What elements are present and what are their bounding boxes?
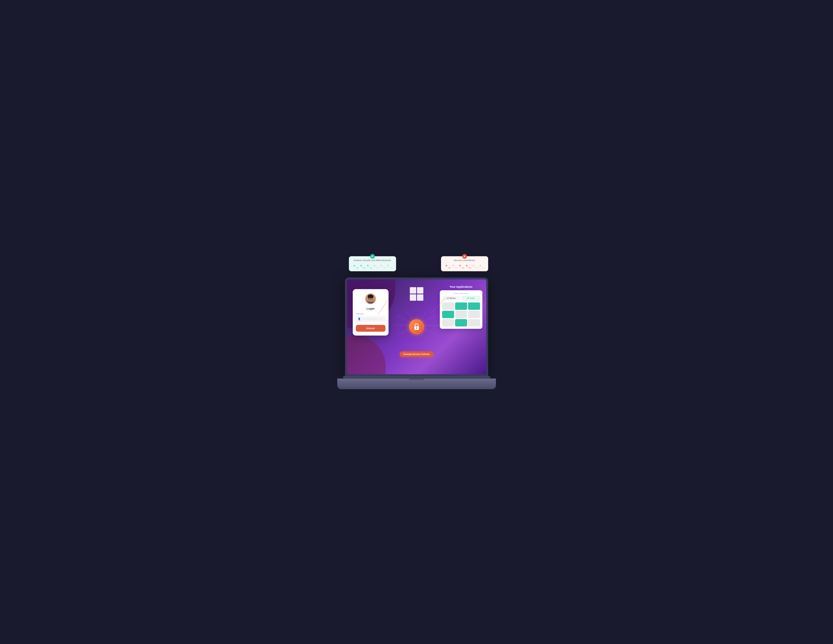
unlock-button[interactable]: Unlock: [356, 325, 386, 332]
win-pane-3: [410, 294, 416, 301]
people-row-left: ⚬⎯ ⚬⎯ ⚬⎯ ⚬⎯ ⚬⎯ ⚬⎯: [352, 263, 392, 269]
svg-rect-9: [368, 302, 373, 303]
lock-icon-center: [409, 319, 425, 335]
windows-logo: [410, 287, 423, 301]
login-card: Login Username 👤 Unlock: [353, 289, 389, 336]
laptop-screen-frame: Login Username 👤 Unlock: [345, 277, 488, 376]
x-badge: ✕: [462, 254, 467, 259]
avatar-face: [366, 294, 375, 304]
app-cell-2: [455, 303, 467, 310]
person-icon-4: ⚬⎯: [373, 263, 379, 269]
apps-card: Monitor User Activities Review Audit: [440, 290, 482, 329]
laptop-body: [337, 378, 496, 389]
monitor-label: Monitor User Activities: [442, 293, 480, 294]
main-scene: ✓ Enhance Security over Admin Accounts ⚬…: [330, 254, 504, 390]
laptop-frame: Login Username 👤 Unlock: [337, 277, 496, 390]
win-pane-1: [410, 287, 416, 293]
svg-rect-4: [368, 296, 373, 298]
person-icon-1: ⚬⎯: [352, 263, 359, 269]
person-icon-r3: ⚬⎯: [458, 263, 464, 269]
win-pane-4: [417, 294, 423, 301]
login-title: Login: [367, 307, 375, 310]
check-badge: ✓: [370, 254, 375, 259]
person-icon-3: ⚬⎯: [366, 263, 372, 269]
person-icon-r1: ⚬⎯: [445, 263, 451, 269]
tab-audit-button[interactable]: Audit: [462, 296, 480, 301]
callout-enhance-security: ✓ Enhance Security over Admin Accounts ⚬…: [349, 256, 396, 271]
apps-grid: [442, 303, 480, 327]
username-input-line: [362, 319, 384, 319]
app-cell-5: [455, 311, 467, 318]
svg-point-19: [416, 327, 417, 328]
app-cell-8: [455, 319, 467, 327]
win-pane-2: [417, 287, 423, 293]
username-field[interactable]: 👤: [356, 316, 386, 322]
apps-title: Your Applications: [440, 285, 482, 288]
callout-left-title: Enhance Security over Admin Accounts: [352, 259, 392, 261]
app-cell-3: [468, 303, 480, 310]
person-icon-2: ⚬⎯: [359, 263, 365, 269]
laptop-base: [337, 376, 496, 390]
app-cell-1: [442, 303, 454, 310]
svg-rect-18: [414, 327, 419, 330]
callout-remove-admins: ✕ Remove Local Admins ⚬⎯ ⚬⎯ ⚬⎯ ⚬⎯ ⚬⎯ ⚬⎯: [441, 256, 488, 271]
svg-point-24: [468, 298, 468, 299]
people-row-right: ⚬⎯ ⚬⎯ ⚬⎯ ⚬⎯ ⚬⎯ ⚬⎯: [445, 263, 484, 269]
laptop-hinge: [343, 376, 490, 378]
apps-tabs: Review Audit: [442, 296, 480, 301]
person-icon-r5: ⚬⎯: [472, 263, 478, 269]
apps-panel: Your Applications Monitor User Activitie…: [440, 285, 482, 329]
callout-right-title: Remove Local Admins: [445, 259, 484, 261]
person-icon-r4: ⚬⎯: [465, 263, 471, 269]
username-label: Username: [356, 313, 364, 315]
app-cell-9: [468, 319, 480, 327]
app-cell-4: [442, 311, 454, 318]
person-icon-5: ⚬⎯: [380, 263, 386, 269]
laptop-notch: [409, 378, 425, 380]
person-icon-6: ⚬⎯: [386, 263, 392, 269]
person-icon-r6: ⚬⎯: [479, 263, 484, 269]
user-icon: 👤: [358, 317, 361, 320]
app-cell-7: [442, 319, 454, 327]
tab-review-button[interactable]: Review: [442, 296, 460, 301]
granular-access-badge[interactable]: Granular Access Controls: [400, 351, 433, 357]
lock-circle: [409, 319, 425, 335]
svg-rect-20: [447, 298, 449, 299]
app-cell-6: [468, 311, 480, 318]
bg-blob-2: [347, 336, 386, 374]
person-icon-r2: ⚬⎯: [452, 263, 457, 269]
avatar: [365, 293, 376, 304]
laptop-screen: Login Username 👤 Unlock: [347, 279, 486, 374]
